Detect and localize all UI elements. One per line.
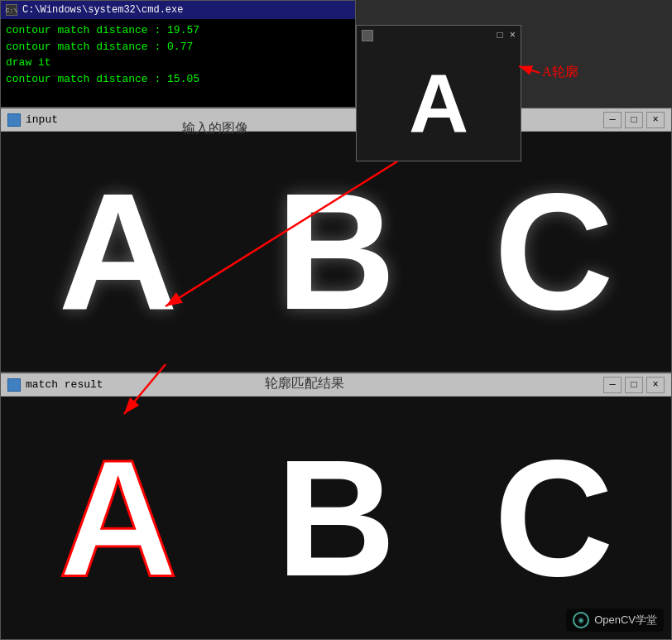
match-window: match result — □ × A B C [0, 373, 672, 640]
input-window-controls: — □ × [603, 112, 665, 128]
contour-titlebar: □ × [357, 26, 521, 46]
match-window-controls: — □ × [603, 377, 665, 393]
match-titlebar-left: match result [7, 378, 103, 392]
input-letter-c: C [494, 169, 613, 334]
watermark: ◉ OpenCV学堂 [566, 609, 664, 632]
match-minimize-btn[interactable]: — [603, 377, 622, 393]
match-window-title: match result [26, 378, 103, 391]
contour-annotation-text: A轮廓 [542, 65, 578, 79]
contour-close-btn[interactable]: × [510, 30, 516, 41]
cmd-icon: C:\ [6, 4, 17, 16]
match-window-icon [7, 378, 21, 392]
contour-minimize-btn[interactable]: □ [497, 30, 503, 41]
match-titlebar: match result — □ × [1, 373, 671, 397]
opencv-icon: ◉ [573, 612, 589, 628]
cmd-content: contour match distance : 19.57 contour m… [1, 19, 355, 90]
contour-window-icon [362, 30, 373, 41]
match-letter-a: A [58, 435, 177, 601]
contour-window: □ × A [356, 25, 521, 161]
input-minimize-btn[interactable]: — [603, 112, 622, 128]
input-window-icon [7, 113, 21, 127]
input-titlebar-left: input [7, 113, 58, 127]
cmd-titlebar: C:\ C:\Windows\system32\cmd.exe [1, 1, 355, 19]
cmd-window: C:\ C:\Windows\system32\cmd.exe contour … [0, 0, 356, 108]
match-maximize-btn[interactable]: □ [625, 377, 643, 393]
match-letter-c: C [494, 435, 613, 601]
cmd-line-1: contour match distance : 19.57 [6, 22, 350, 39]
match-close-btn[interactable]: × [646, 377, 665, 393]
watermark-text: OpenCV学堂 [594, 613, 657, 628]
contour-body: A [357, 46, 521, 161]
match-letter-b: B [276, 435, 396, 601]
input-window: input — □ × A B C [0, 108, 672, 373]
contour-window-controls: □ × [497, 30, 516, 41]
match-body: A B C [1, 397, 671, 639]
cmd-line-4: contour match distance : 15.05 [6, 71, 350, 88]
cmd-line-2: contour match distance : 0.77 [6, 39, 350, 55]
input-letter-b: B [276, 169, 396, 334]
cmd-line-3: draw it [6, 55, 350, 71]
input-close-btn[interactable]: × [646, 112, 665, 128]
cmd-title: C:\Windows\system32\cmd.exe [22, 4, 183, 16]
input-maximize-btn[interactable]: □ [625, 112, 643, 128]
input-body: A B C [1, 132, 671, 372]
input-window-title: input [26, 113, 58, 126]
input-titlebar: input — □ × [1, 108, 671, 132]
contour-titlebar-left [362, 30, 373, 41]
svg-line-1 [519, 66, 540, 73]
input-letter-a: A [58, 169, 177, 334]
contour-letter-a: A [409, 62, 468, 145]
